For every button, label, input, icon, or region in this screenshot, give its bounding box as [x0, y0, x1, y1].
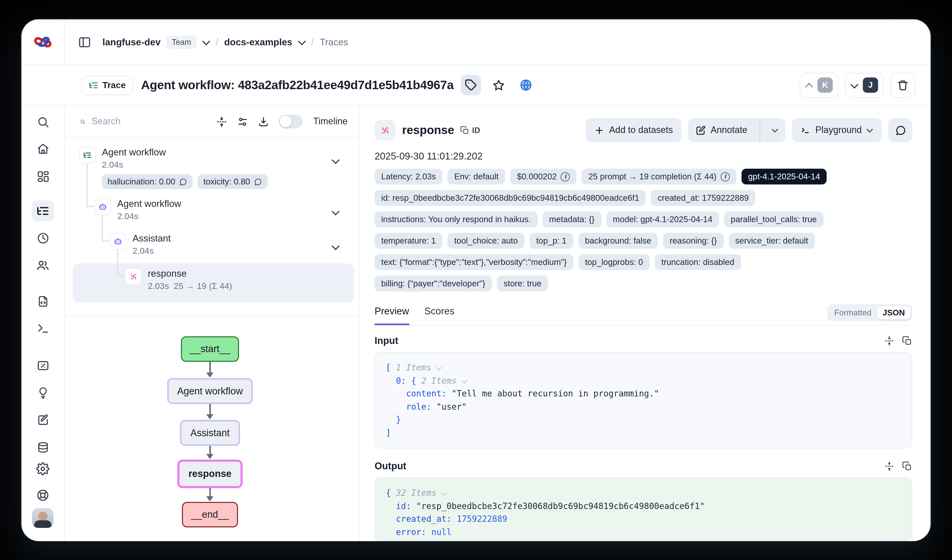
- tree-node-agent-workflow[interactable]: Agent workflow 2.04s: [94, 198, 181, 222]
- list-tree-icon: [36, 204, 49, 218]
- copy-icon[interactable]: [902, 336, 912, 346]
- breadcrumb-section[interactable]: Traces: [320, 36, 348, 48]
- json-collapse-chevron[interactable]: [441, 490, 447, 495]
- graph-node-end[interactable]: __end__: [182, 502, 238, 528]
- trace-tree: Agent workflow 2.04s hallucination: 0.00…: [65, 138, 359, 316]
- json-collapse-chevron[interactable]: [462, 377, 467, 383]
- sidebar-item-scores[interactable]: [32, 355, 54, 376]
- meta-badge: billing: {"payer":"developer"}: [375, 276, 492, 292]
- input-json-viewer: [ 1 Items 0: { 2 Items content: "Tell me…: [375, 352, 912, 448]
- bookmark-star-button[interactable]: [488, 75, 508, 95]
- next-trace-button[interactable]: J: [845, 73, 884, 97]
- tree-node-assistant[interactable]: Assistant 2.04s: [110, 233, 171, 256]
- copy-icon[interactable]: [902, 461, 912, 471]
- sidebar-item-users[interactable]: [32, 255, 54, 276]
- fold-vertical-icon[interactable]: [884, 461, 895, 471]
- user-avatar[interactable]: [32, 508, 54, 528]
- tree-collapse-chevron[interactable]: [332, 156, 339, 166]
- tree-collapse-chevron[interactable]: [332, 242, 339, 252]
- meta-badge-label: billing: {"payer":"developer"}: [381, 279, 485, 288]
- json-token: 0: [396, 376, 401, 386]
- prev-trace-button[interactable]: K: [800, 73, 838, 97]
- json-token: 32 Items: [396, 488, 436, 498]
- comments-button[interactable]: [888, 118, 912, 142]
- tree-node-trace-root[interactable]: Agent workflow 2.04s hallucination: 0.00…: [79, 147, 267, 189]
- panel-left-icon: [78, 35, 91, 49]
- json-token: {: [386, 488, 396, 498]
- sidebar-item-support[interactable]: [32, 485, 54, 506]
- tab-scores[interactable]: Scores: [424, 306, 454, 325]
- sidebar-item-evaluation[interactable]: [32, 410, 54, 431]
- meta-badge: background: false: [578, 233, 658, 249]
- copy-id-button[interactable]: ID: [461, 126, 480, 135]
- badge-row: Latency: 2.03sEnv: default$0.000202i25 p…: [375, 169, 912, 184]
- score-chip-toxicity[interactable]: toxicity: 0.80: [198, 174, 267, 189]
- json-token: [386, 540, 396, 541]
- json-token: [386, 527, 396, 537]
- fold-vertical-icon[interactable]: [216, 116, 227, 127]
- graph-node-response[interactable]: response: [177, 460, 243, 488]
- playground-button[interactable]: Playground: [792, 118, 882, 142]
- json-token: [386, 402, 406, 412]
- meta-badge-label: temperature: 1: [381, 236, 436, 245]
- settings-sliders-icon[interactable]: [237, 116, 248, 127]
- public-link-button[interactable]: [516, 75, 536, 95]
- sidebar-item-sessions[interactable]: [32, 228, 54, 249]
- tree-node-label: Agent workflow: [117, 198, 181, 209]
- sidebar-item-settings[interactable]: [32, 458, 54, 479]
- sidebar-item-home[interactable]: [32, 139, 54, 160]
- sidebar-item-insights[interactable]: [32, 382, 54, 403]
- badge-row: id: resp_0beedbcbe3c72fe30068db9c69bc948…: [375, 190, 912, 206]
- add-to-datasets-button[interactable]: Add to datasets: [586, 118, 682, 142]
- graph-node-label: response: [189, 468, 232, 480]
- download-icon[interactable]: [258, 116, 269, 127]
- sidebar-item-datasets[interactable]: [32, 437, 54, 458]
- meta-badge[interactable]: gpt-4.1-2025-04-14: [742, 169, 827, 184]
- json-line: ]: [386, 426, 901, 439]
- nav-sidebar: [22, 105, 65, 541]
- sidebar-item-prompts[interactable]: [32, 291, 54, 312]
- sidebar-item-tracing[interactable]: [32, 200, 54, 221]
- timeline-toggle[interactable]: [278, 115, 303, 128]
- format-option-formatted[interactable]: Formatted: [829, 306, 877, 319]
- graph-node-agent-workflow[interactable]: Agent workflow: [167, 378, 253, 404]
- chevron-down-icon[interactable]: [298, 37, 306, 45]
- format-option-json[interactable]: JSON: [877, 306, 910, 319]
- graph-node-start[interactable]: __start__: [181, 336, 239, 362]
- trace-badge-label: Trace: [102, 80, 126, 91]
- json-collapse-chevron[interactable]: [436, 364, 442, 370]
- breadcrumb-project[interactable]: docs-examples: [224, 36, 292, 48]
- sidebar-item-search[interactable]: [32, 112, 54, 133]
- tree-node-response[interactable]: response 2.03s 25 → 19 (Σ 44): [125, 268, 232, 292]
- sidebar-toggle-button[interactable]: [78, 35, 91, 49]
- dashboard-grid-icon: [36, 170, 49, 183]
- badge-row: text: {"format":{"type":"text"},"verbosi…: [375, 254, 912, 270]
- breadcrumb: langfuse-dev Team / docs-examples / Trac…: [102, 35, 348, 49]
- json-token: role: [406, 402, 427, 412]
- meta-badge-label: background: false: [585, 236, 651, 245]
- graph-node-assistant[interactable]: Assistant: [180, 420, 240, 446]
- chevron-down-icon[interactable]: [202, 37, 210, 45]
- sidebar-item-playground[interactable]: [32, 318, 54, 339]
- langfuse-logo-icon: [34, 35, 52, 49]
- content-area: Timeline: [22, 105, 930, 541]
- tree-node-scores: hallucination: 0.00 toxicity: 0.80: [102, 174, 267, 189]
- annotate-button[interactable]: Annotate: [688, 118, 755, 142]
- meta-badge-label: reasoning: {}: [670, 236, 717, 245]
- badge-row: temperature: 1tool_choice: autotop_p: 1b…: [375, 233, 912, 249]
- sidebar-item-dashboards[interactable]: [32, 166, 54, 187]
- tree-search-row: Timeline: [65, 105, 359, 138]
- score-chip-hallucination[interactable]: hallucination: 0.00: [102, 174, 193, 189]
- trace-type-badge: Trace: [82, 76, 133, 94]
- tree-collapse-chevron[interactable]: [332, 208, 339, 217]
- annotate-dropdown-button[interactable]: [765, 118, 785, 142]
- breadcrumb-org[interactable]: langfuse-dev: [102, 36, 161, 48]
- globe-icon: [519, 79, 533, 92]
- tab-preview[interactable]: Preview: [375, 306, 409, 325]
- file-code-icon: [36, 295, 49, 308]
- fold-vertical-icon[interactable]: [884, 336, 895, 346]
- delete-trace-button[interactable]: [890, 73, 915, 97]
- tree-search-input[interactable]: [90, 116, 211, 127]
- span-node-icon: [110, 233, 127, 250]
- tags-button[interactable]: [461, 75, 481, 95]
